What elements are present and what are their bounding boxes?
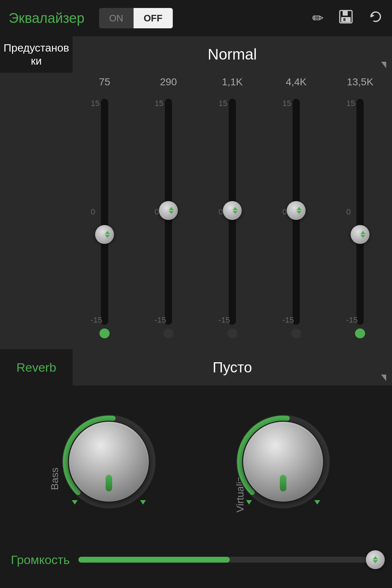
eq-handle-arrows-3 — [297, 207, 302, 214]
volume-label: Громкость — [11, 553, 70, 567]
eq-dot-1 — [163, 328, 173, 338]
presets-label: Предустанов ки — [0, 36, 73, 73]
knob-inner-1[interactable] — [243, 422, 323, 502]
arrow-up-icon-1 — [169, 207, 174, 210]
knob-tick-left-1 — [246, 500, 252, 505]
eq-freq-label-2: 1,1K — [222, 76, 243, 88]
eq-handle-arrows-1 — [169, 207, 174, 214]
arrow-down-icon-1 — [169, 211, 174, 214]
eq-handle-arrows-4 — [360, 231, 366, 238]
arrow-up-icon — [373, 556, 378, 559]
eq-slider-wrapper-2[interactable]: 150-15 — [221, 91, 243, 338]
knob-label-0: Bass — [49, 467, 61, 490]
svg-marker-4 — [371, 14, 375, 17]
volume-section: Громкость — [0, 538, 392, 588]
knob-indicator-1 — [280, 475, 286, 491]
volume-slider[interactable] — [78, 557, 381, 563]
svg-rect-2 — [341, 17, 351, 22]
eq-mark-mid-3: 0 — [282, 207, 287, 217]
eq-mark-mid-4: 0 — [346, 207, 351, 217]
presets-row: Предустанов ки Normal — [0, 36, 392, 73]
eq-mark-top-0: 15 — [91, 99, 99, 108]
arrow-up-icon-4 — [360, 231, 366, 234]
eq-slider-wrapper-4[interactable]: 150-15 — [349, 91, 371, 338]
power-toggle[interactable]: ON OFF — [99, 8, 173, 28]
arrow-down-icon-0 — [105, 235, 110, 238]
volume-handle[interactable] — [366, 550, 385, 569]
eq-mark-top-1: 15 — [155, 99, 163, 108]
knob-tick-right-0 — [140, 500, 146, 505]
arrow-down-icon — [373, 560, 378, 563]
eq-mark-bottom-2: -15 — [219, 315, 230, 325]
eq-handle-arrows-2 — [233, 207, 238, 214]
edit-icon[interactable]: ✏ — [312, 10, 324, 26]
eq-band-290: 290150-15 — [136, 76, 200, 338]
eq-band-13,5K: 13,5K150-15 — [328, 76, 392, 338]
knob-indicator-0 — [106, 475, 112, 491]
knob-inner-0[interactable] — [69, 422, 149, 502]
knob-virtualizer: Virtualizer — [236, 415, 330, 509]
eq-handle-4[interactable] — [351, 225, 369, 244]
eq-handle-2[interactable] — [223, 201, 242, 220]
reverb-dropdown[interactable]: Пусто — [73, 349, 392, 385]
eq-slider-wrapper-0[interactable]: 150-15 — [94, 91, 115, 338]
eq-section: 75150-15290150-151,1K150-154,4K150-1513,… — [0, 73, 392, 349]
eq-mark-top-3: 15 — [282, 99, 291, 108]
eq-freq-label-1: 290 — [160, 76, 177, 88]
arrow-up-icon-0 — [105, 231, 110, 234]
eq-mark-mid-2: 0 — [219, 207, 223, 217]
knob-tick-right-1 — [314, 500, 320, 505]
reset-icon[interactable] — [368, 9, 383, 28]
volume-fill — [78, 557, 230, 563]
arrow-down-icon-4 — [360, 235, 366, 238]
eq-slider-track-1[interactable]: 150-15 — [165, 99, 172, 325]
presets-dropdown[interactable]: Normal — [73, 36, 392, 73]
eq-dot-0 — [99, 328, 110, 338]
presets-value: Normal — [208, 46, 257, 63]
header-actions: ✏ — [312, 9, 383, 28]
eq-mark-mid-0: 0 — [91, 207, 95, 217]
arrow-down-icon-2 — [233, 211, 238, 214]
reverb-row: Reverb Пусто — [0, 349, 392, 385]
knob-outer-0 — [62, 415, 156, 509]
reverb-value: Пусто — [213, 359, 252, 376]
eq-slider-track-0[interactable]: 150-15 — [101, 99, 108, 325]
eq-dot-2 — [227, 328, 237, 338]
eq-mark-bottom-1: -15 — [155, 315, 166, 325]
reverb-label: Reverb — [0, 349, 73, 385]
eq-slider-track-3[interactable]: 150-15 — [293, 99, 300, 325]
knob-tick-left-0 — [72, 500, 78, 505]
eq-slider-track-2[interactable]: 150-15 — [229, 99, 236, 325]
reverb-dropdown-arrow-icon — [381, 375, 386, 381]
eq-handle-3[interactable] — [287, 201, 306, 220]
eq-band-75: 75150-15 — [73, 76, 136, 338]
eq-slider-wrapper-1[interactable]: 150-15 — [158, 91, 179, 338]
knob-bass: Bass — [62, 415, 156, 509]
eq-slider-track-4[interactable]: 150-15 — [356, 99, 364, 325]
volume-handle-arrows — [373, 556, 378, 563]
eq-band-4,4K: 4,4K150-15 — [264, 76, 328, 338]
eq-freq-label-3: 4,4K — [286, 76, 307, 88]
save-icon[interactable] — [338, 9, 354, 28]
knobs-section: BassVirtualizer — [0, 385, 392, 538]
arrow-up-icon-3 — [297, 207, 302, 210]
dropdown-arrow-icon — [381, 62, 386, 68]
svg-rect-3 — [343, 18, 346, 21]
eq-mark-bottom-4: -15 — [346, 315, 358, 325]
svg-rect-1 — [343, 11, 348, 16]
header: Эквалайзер ON OFF ✏ — [0, 0, 392, 36]
toggle-on-button[interactable]: ON — [99, 8, 134, 28]
eq-mark-bottom-3: -15 — [282, 315, 294, 325]
eq-sliders: 75150-15290150-151,1K150-154,4K150-1513,… — [0, 73, 392, 342]
eq-mark-top-4: 15 — [346, 99, 355, 108]
toggle-off-button[interactable]: OFF — [134, 8, 173, 28]
eq-band-1,1K: 1,1K150-15 — [200, 76, 264, 338]
arrow-up-icon-2 — [233, 207, 238, 210]
eq-handle-0[interactable] — [95, 225, 114, 244]
eq-handle-arrows-0 — [105, 231, 110, 238]
eq-handle-1[interactable] — [159, 201, 178, 220]
eq-slider-wrapper-3[interactable]: 150-15 — [285, 91, 307, 338]
eq-dot-4 — [355, 328, 365, 338]
app-title: Эквалайзер — [9, 11, 85, 26]
eq-mark-bottom-0: -15 — [91, 315, 102, 325]
